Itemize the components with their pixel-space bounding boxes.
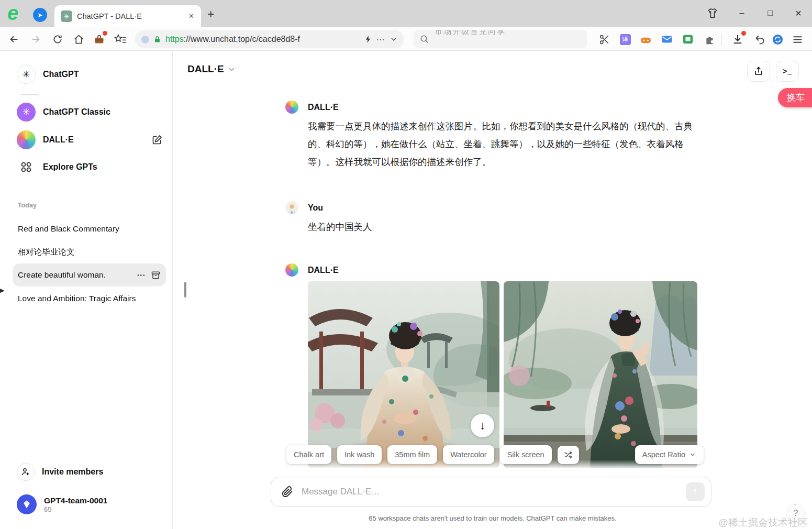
- watermark: @稀土掘金技术社区: [718, 516, 808, 529]
- chat-history-item[interactable]: Red and Black Commentary: [13, 218, 166, 239]
- attach-paperclip-icon[interactable]: [282, 486, 293, 498]
- share-button[interactable]: [747, 61, 770, 82]
- browser-logo-icon[interactable]: e: [7, 2, 18, 25]
- main-content: DALL·E >_ 换车 DALL·E 我需要一点更具体的描述来创作这张图片。比…: [173, 51, 812, 529]
- sidebar-collapse-arrow[interactable]: ▶: [0, 287, 4, 294]
- forward-icon[interactable]: [29, 32, 42, 46]
- chat-history-item-selected[interactable]: Create beautiful woman. •••: [13, 263, 166, 286]
- reading-book-icon[interactable]: [681, 32, 695, 46]
- team-gem-icon: [17, 494, 37, 514]
- games-controller-icon[interactable]: [639, 32, 652, 46]
- back-icon[interactable]: [7, 32, 21, 46]
- url-text[interactable]: https://www.unchat.top/c/cacde8d8-f: [165, 35, 360, 44]
- sidebar-item-chatgpt-classic[interactable]: ✳ ChatGPT Classic: [13, 101, 166, 124]
- close-button[interactable]: ✕: [789, 4, 807, 22]
- terminal-icon: >_: [783, 67, 792, 75]
- theme-tshirt-icon[interactable]: [705, 5, 720, 21]
- aspect-ratio-button[interactable]: Aspect Ratio: [635, 445, 704, 464]
- team-account-button[interactable]: GPT4-team-0001 65: [13, 491, 166, 518]
- toolbar-search-input[interactable]: 市场升级首充同享: [414, 30, 587, 48]
- sidebar-item-chatgpt[interactable]: ✳ ChatGPT: [13, 63, 166, 86]
- minimize-button[interactable]: –: [733, 4, 751, 22]
- huanche-badge[interactable]: 换车: [778, 88, 812, 107]
- url-bar[interactable]: https://www.unchat.top/c/cacde8d8-f ⋯: [135, 30, 404, 48]
- send-button[interactable]: ↑: [686, 482, 705, 501]
- style-button-silk-screen[interactable]: Silk screen: [500, 445, 552, 464]
- reload-icon[interactable]: [51, 32, 64, 46]
- search-icon: [420, 35, 429, 44]
- sidebar-divider: [21, 94, 39, 95]
- toolbar-divider: [721, 33, 721, 46]
- user-avatar: [285, 201, 298, 214]
- browser-window: e ➤ ✳ ChatGPT - DALL·E × + – □ ✕: [0, 0, 812, 529]
- paper-plane-icon[interactable]: ➤: [33, 8, 47, 22]
- generated-image-2[interactable]: [504, 281, 697, 468]
- url-overflow-icon[interactable]: ⋯: [376, 35, 386, 45]
- new-tab-button[interactable]: +: [207, 7, 214, 21]
- dalle-avatar: [285, 101, 298, 114]
- input-placeholder: Message DALL·E…: [302, 487, 677, 497]
- archive-icon[interactable]: [151, 270, 161, 280]
- browser-tab[interactable]: ✳ ChatGPT - DALL·E ×: [54, 5, 201, 27]
- shuffle-styles-button[interactable]: [558, 446, 579, 464]
- terminal-button[interactable]: >_: [776, 61, 799, 82]
- model-switcher[interactable]: DALL·E: [187, 63, 236, 75]
- person-add-icon: [17, 463, 35, 481]
- home-icon[interactable]: [72, 32, 85, 46]
- chat-history-item[interactable]: 相对论毕业论文: [13, 241, 166, 262]
- dalle-logo-icon: .: [17, 130, 36, 149]
- chat-history-item[interactable]: Love and Ambition: Tragic Affairs: [13, 288, 166, 309]
- downloads-icon[interactable]: [731, 32, 744, 46]
- style-button-35mm-film[interactable]: 35mm film: [387, 445, 437, 464]
- style-button-ink-wash[interactable]: Ink wash: [337, 445, 382, 464]
- briefcase-notification-dot: [103, 31, 107, 36]
- lock-icon: [153, 36, 161, 43]
- downloads-notification-dot: [741, 31, 746, 36]
- lightning-icon[interactable]: [364, 35, 372, 43]
- aspect-ratio-label: Aspect Ratio: [642, 450, 685, 459]
- chatgpt-favicon-icon: ✳: [61, 10, 72, 22]
- workspace-briefcase-icon[interactable]: [92, 32, 106, 46]
- undo-icon[interactable]: [753, 32, 766, 46]
- team-count: 65: [44, 505, 107, 514]
- user-message: You 坐着的中国美人: [283, 201, 708, 236]
- maximize-button[interactable]: □: [761, 4, 779, 22]
- chatgpt-logo-icon: ✳: [17, 65, 36, 84]
- tab-title: ChatGPT - DALL·E: [77, 12, 183, 20]
- new-chat-pencil-icon[interactable]: [151, 135, 162, 146]
- sync-circle-icon[interactable]: [771, 32, 784, 46]
- today-label: Today: [18, 202, 37, 209]
- screenshot-scissors-icon[interactable]: [597, 32, 611, 46]
- chevron-down-icon: [227, 65, 236, 74]
- site-extension-icon[interactable]: [141, 36, 149, 43]
- translate-icon[interactable]: 译: [618, 32, 632, 46]
- extensions-puzzle-icon[interactable]: [703, 32, 716, 46]
- browser-titlebar: e ➤ ✳ ChatGPT - DALL·E × + – □ ✕: [0, 0, 812, 27]
- chat-scrollbar[interactable]: [184, 282, 186, 297]
- assistant-message: DALL·E 我需要一点更具体的描述来创作这张图片。比如，你想看到的美女是什么风…: [283, 101, 708, 171]
- conversation: DALL·E 我需要一点更具体的描述来创作这张图片。比如，你想看到的美女是什么风…: [283, 101, 708, 468]
- url-chevron-down-icon[interactable]: [390, 35, 398, 43]
- generated-images: ↓ Chalk art Ink wash 35mm film Watercolo…: [308, 281, 708, 468]
- mail-icon[interactable]: [660, 32, 674, 46]
- style-button-watercolor[interactable]: Watercolor: [443, 445, 494, 464]
- browser-toolbar: https://www.unchat.top/c/cacde8d8-f ⋯ 市场…: [0, 27, 812, 51]
- favorites-star-icon[interactable]: [113, 32, 127, 46]
- sidebar-item-dalle[interactable]: . DALL·E: [13, 128, 166, 151]
- generated-image-1[interactable]: [308, 281, 499, 468]
- menu-hamburger-icon[interactable]: [791, 32, 804, 46]
- style-button-chalk-art[interactable]: Chalk art: [286, 445, 331, 464]
- chat-options-icon[interactable]: •••: [137, 272, 146, 278]
- download-image-button[interactable]: ↓: [471, 414, 494, 437]
- sidebar: ✳ ChatGPT ✳ ChatGPT Classic . DALL·E Exp…: [0, 51, 173, 529]
- message-input[interactable]: Message DALL·E… ↑: [271, 477, 711, 507]
- footer-disclaimer: 65 workspace chats aren't used to train …: [173, 514, 812, 522]
- style-suggestions-row: Chalk art Ink wash 35mm film Watercolor …: [286, 445, 704, 464]
- invite-members-button[interactable]: Invite members: [13, 460, 166, 483]
- sidebar-item-explore-gpts[interactable]: Explore GPTs: [13, 156, 166, 179]
- sidebar-item-label: DALL·E: [43, 135, 74, 145]
- dalle-avatar: [285, 263, 298, 277]
- team-name: GPT4-team-0001: [44, 495, 107, 505]
- chatgpt-app: ✳ ChatGPT ✳ ChatGPT Classic . DALL·E Exp…: [0, 51, 812, 529]
- tab-close-icon[interactable]: ×: [188, 12, 195, 21]
